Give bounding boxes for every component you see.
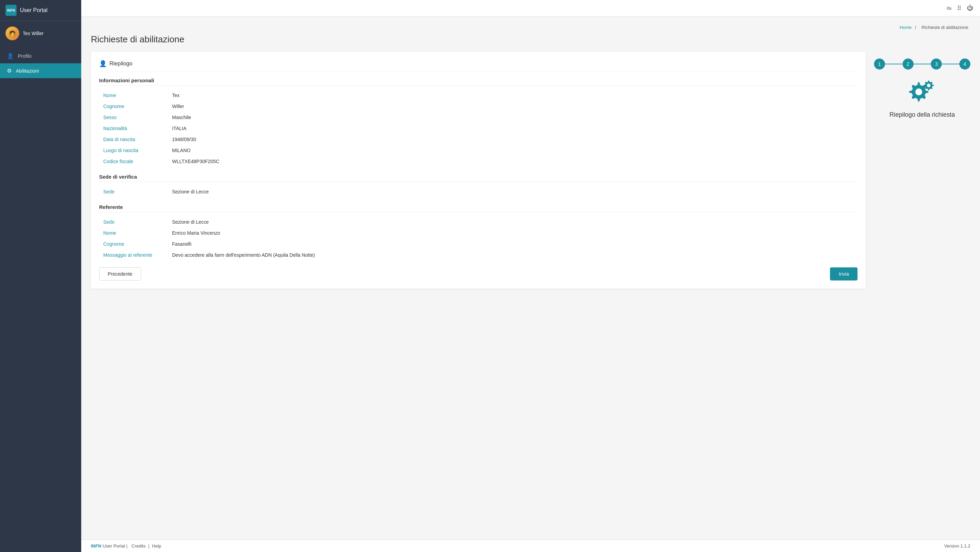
profilo-icon: 👤 [7,52,14,59]
table-row: Sede Sezione di Lecce [99,216,858,227]
app-logo: INFN [5,5,16,16]
value-sede-verifica: Sezione di Lecce [168,186,858,197]
grid-icon[interactable]: ⠿ [957,5,961,12]
value-data-nascita: 1948/09/30 [168,134,858,145]
label-ref-cognome: Cognome [99,239,168,250]
card-header: 👤 Riepilogo [99,60,858,72]
value-nazionalita: ITALIA [168,123,858,134]
sidebar-item-profilo[interactable]: 👤 Profilo [0,49,81,63]
step-2: 2 [902,59,913,70]
label-sesso: Sesso [99,112,168,123]
table-row: Cognome Willer [99,101,858,112]
table-row: Data di nascita 1948/09/30 [99,134,858,145]
sidebar: INFN User Portal 🧑 Tex Willer 👤 Profilo … [0,0,81,552]
label-cognome: Cognome [99,101,168,112]
info-section-personal: Informazioni personali Nome Tex Cognome … [99,78,858,167]
table-row: Codice fiscale WLLTXE48P30F205C [99,156,858,167]
page-area: Home / Richieste di abilitazione Richies… [81,16,980,539]
value-sesso: Maschile [168,112,858,123]
step-description: Riepilogo della richiesta [889,111,955,118]
main-card: 👤 Riepilogo Informazioni personali Nome … [91,52,866,289]
footer-separator: | [147,543,151,549]
sidebar-header: INFN User Portal [0,0,81,21]
personal-section-title: Informazioni personali [99,78,858,86]
breadcrumb-home[interactable]: Home [900,25,912,30]
value-ref-nome: Enrico Maria Vincenzo [168,227,858,239]
footer-space [129,543,130,549]
footer-left: INFN User Portal | Credits | Help [91,543,161,549]
top-bar: ita ⠿ ⏻ [81,0,980,16]
info-section-referente: Referente Sede Sezione di Lecce Nome Enr… [99,204,858,261]
table-row: Sede Sezione di Lecce [99,186,858,197]
power-icon[interactable]: ⏻ [967,5,973,12]
label-luogo-nascita: Luogo di nascita [99,145,168,156]
value-cognome: Willer [168,101,858,112]
sidebar-item-label-profilo: Profilo [18,53,32,59]
svg-point-1 [927,84,931,87]
label-sede-verifica: Sede [99,186,168,197]
page-title: Richieste di abilitazione [91,34,970,45]
table-row: Nome Tex [99,90,858,101]
personal-info-table: Nome Tex Cognome Willer Sesso Maschile [99,90,858,167]
label-codice-fiscale: Codice fiscale [99,156,168,167]
language-selector[interactable]: ita [947,5,951,11]
step-4: 4 [959,59,970,70]
info-section-sede-verifica: Sede di verifica Sede Sezione di Lecce [99,174,858,197]
table-row: Nome Enrico Maria Vincenzo [99,227,858,239]
step-line-1 [885,64,902,64]
value-nome: Tex [168,90,858,101]
referente-table: Sede Sezione di Lecce Nome Enrico Maria … [99,216,858,261]
sidebar-item-abilitazioni[interactable]: ⚙ Abilitazioni [0,63,81,78]
step-3: 3 [931,59,942,70]
footer-credits-link[interactable]: Credits [132,543,146,549]
sidebar-item-label-abilitazioni: Abilitazioni [16,68,39,74]
step-1: 1 [874,59,885,70]
content-layout: 👤 Riepilogo Informazioni personali Nome … [91,52,970,289]
stepper: 1 2 3 4 [874,59,970,70]
label-nome: Nome [99,90,168,101]
table-row: Sesso Maschile [99,112,858,123]
user-info: 🧑 Tex Willer [0,21,81,46]
table-row: Messaggio al referente Devo accedere all… [99,250,858,261]
gear-icon [889,81,955,106]
footer-buttons: Precedente Invia [99,267,858,280]
submit-button[interactable]: Invia [830,267,858,280]
breadcrumb-separator: / [915,25,916,30]
footer-brand: INFN [91,543,101,549]
value-ref-cognome: Fasanelli [168,239,858,250]
table-row: Luogo di nascita MILANO [99,145,858,156]
label-ref-sede: Sede [99,216,168,227]
sidebar-nav: 👤 Profilo ⚙ Abilitazioni [0,46,81,81]
label-nazionalita: Nazionalità [99,123,168,134]
person-icon: 👤 [99,60,107,67]
bottom-footer: INFN User Portal | Credits | Help Versio… [81,539,980,552]
breadcrumb-current: Richieste di abilitazione [921,25,968,30]
value-codice-fiscale: WLLTXE48P30F205C [168,156,858,167]
previous-button[interactable]: Precedente [99,267,141,280]
footer-help-link[interactable]: Help [152,543,161,549]
table-row: Nazionalità ITALIA [99,123,858,134]
step-icon-area: Riepilogo della richiesta [889,81,955,118]
stepper-panel: 1 2 3 4 [874,52,970,289]
breadcrumb: Home / Richieste di abilitazione [91,25,970,30]
label-data-nascita: Data di nascita [99,134,168,145]
sede-verifica-table: Sede Sezione di Lecce [99,186,858,197]
footer-version: Version 1.1.2 [944,543,970,549]
table-row: Cognome Fasanelli [99,239,858,250]
sede-verifica-section-title: Sede di verifica [99,174,858,182]
username: Tex Willer [23,31,44,36]
value-ref-sede: Sezione di Lecce [168,216,858,227]
card-title: Riepilogo [110,60,132,67]
label-ref-nome: Nome [99,227,168,239]
value-luogo-nascita: MILANO [168,145,858,156]
footer-portal-text: User Portal | [103,543,127,549]
step-line-3 [942,64,959,64]
main-content: ita ⠿ ⏻ Home / Richieste di abilitazione… [81,0,980,552]
svg-point-0 [915,88,922,95]
value-ref-messaggio: Devo accedere alla farm dell'esperimento… [168,250,858,261]
avatar: 🧑 [5,27,19,40]
app-title: User Portal [20,7,48,13]
step-line-2 [913,64,931,64]
referente-section-title: Referente [99,204,858,212]
label-ref-messaggio: Messaggio al referente [99,250,168,261]
